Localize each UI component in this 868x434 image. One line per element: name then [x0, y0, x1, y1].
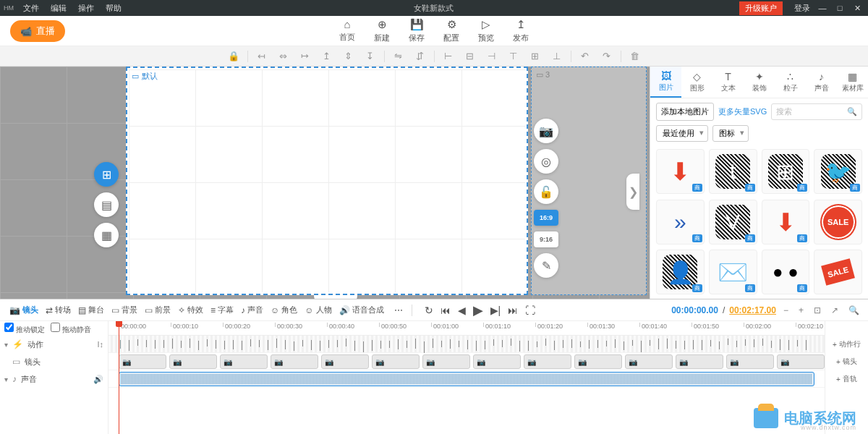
grid-toggle-button[interactable]: ⊞ [94, 162, 119, 187]
nav-preview[interactable]: ▷预览 [478, 18, 494, 43]
login-button[interactable]: 登录 [794, 3, 810, 14]
canvas-area[interactable]: ▭默认 ▭ 3 ⊞ ▤ ▦ 📷 ◎ 🔓 16:9 9:16 ✎ ❯ ▾ [0, 67, 650, 299]
timeline-tab-2[interactable]: ▤舞台 [75, 302, 108, 318]
scene-clip[interactable]: 📷 [220, 354, 268, 369]
distribute-left-icon[interactable]: ⊢ [441, 48, 456, 64]
timeline-tab-7[interactable]: ♪声音 [237, 302, 267, 318]
lock-scroll-checkbox[interactable]: 推动锁定 [4, 323, 45, 335]
template-button[interactable]: ▦ [94, 223, 119, 247]
audio-clip[interactable] [119, 372, 814, 386]
resize-icon[interactable]: I↕ [97, 340, 103, 349]
timeline-tab-6[interactable]: ≡字幕 [207, 302, 237, 318]
unlock-button[interactable]: 🔓 [534, 179, 558, 204]
drag-mute-checkbox[interactable]: 拖动静音 [51, 323, 91, 335]
playhead[interactable] [119, 321, 119, 434]
scene-track[interactable]: 📷📷📷📷📷📷📷📷📷📷📷📷📷📷 [109, 353, 825, 370]
nav-new[interactable]: ⊕新建 [374, 18, 390, 43]
exit-icon[interactable]: ↗ [828, 304, 841, 317]
asset-search-input[interactable]: 搜索 🔍 [771, 103, 862, 120]
edit-button[interactable]: ✎ [534, 253, 558, 278]
scene-clip[interactable]: 📷 [473, 354, 521, 369]
collapse-down-icon[interactable]: ▾ [314, 295, 357, 299]
asset-arrows[interactable]: »商 [656, 200, 705, 244]
flip-h-icon[interactable]: ⇋ [391, 48, 407, 64]
step-back-icon[interactable]: ◀ [458, 305, 466, 316]
close-icon[interactable]: ✕ [852, 4, 862, 13]
align-center-h-icon[interactable]: ⇔ [276, 48, 292, 64]
search-timeline-icon[interactable]: 🔍 [846, 304, 862, 317]
minimize-icon[interactable]: — [817, 4, 827, 12]
align-middle-icon[interactable]: ⇕ [341, 48, 357, 64]
zoom-in-icon[interactable]: + [796, 304, 807, 317]
upgrade-button[interactable]: 升级账户 [739, 1, 783, 15]
asset-tab-6[interactable]: ▦素材库 [837, 67, 868, 98]
scene-clip[interactable]: 📷 [777, 354, 825, 369]
maximize-icon[interactable]: □ [835, 4, 845, 12]
audio-track[interactable] [109, 370, 825, 388]
scene-clip[interactable]: 📷 [119, 354, 166, 369]
timeline-tab-9[interactable]: ☺人物 [301, 302, 335, 318]
scene-clip[interactable]: 📷 [726, 354, 774, 369]
menu-edit[interactable]: 编辑 [45, 3, 72, 14]
track-header-scene[interactable]: ▾ ▭ 镜头 [0, 353, 108, 370]
scene-clip[interactable]: 📷 [422, 354, 470, 369]
asset-tab-2[interactable]: T文本 [712, 67, 744, 98]
distribute-v-icon[interactable]: ⊞ [527, 48, 543, 64]
asset-sale-tag[interactable]: SALE [814, 250, 862, 294]
action-track[interactable] [109, 336, 825, 353]
ratio-9-16-button[interactable]: 9:16 [534, 231, 558, 247]
timeline-tab-5[interactable]: ✧特效 [174, 302, 207, 318]
menu-help[interactable]: 帮助 [100, 3, 127, 14]
asset-tumblr[interactable]: t商 [709, 149, 757, 194]
scene-clip[interactable]: 📷 [372, 354, 420, 369]
layout-button[interactable]: ▤ [94, 192, 119, 217]
collapse-right-icon[interactable]: ❯ [626, 174, 639, 210]
asset-envelope[interactable]: ✉️商 [709, 250, 757, 294]
timeline-tab-1[interactable]: ⇄转场 [42, 302, 75, 318]
step-forward-icon[interactable]: ▶| [490, 305, 501, 316]
scene-clip[interactable]: 📷 [271, 354, 318, 369]
scene-clip[interactable]: 📷 [321, 354, 369, 369]
live-button[interactable]: 📹 直播 [10, 20, 65, 42]
asset-sale-badge[interactable]: SALE [814, 200, 862, 244]
add-scene-button[interactable]: + 镜头 [825, 353, 868, 370]
menu-action[interactable]: 操作 [72, 3, 100, 14]
asset-windows[interactable]: ⊞商 [762, 149, 810, 194]
fit-icon[interactable]: ⊡ [811, 304, 824, 317]
flip-v-icon[interactable]: ⇵ [412, 48, 428, 64]
asset-twitter[interactable]: 🐦商 [814, 149, 862, 194]
collapse-icon[interactable]: ▾ [4, 341, 8, 349]
track-header-audio[interactable]: ▾ ♪ 声音 🔊 [0, 370, 108, 388]
timeline-tab-0[interactable]: 📷镜头 [6, 302, 42, 318]
recent-select[interactable]: 最近使用 [656, 125, 708, 142]
align-left-icon[interactable]: ↤ [254, 48, 270, 64]
lock-icon[interactable]: 🔒 [226, 48, 242, 64]
nav-publish[interactable]: ↥发布 [513, 18, 529, 43]
asset-vimeo[interactable]: V商 [709, 200, 757, 244]
delete-icon[interactable]: 🗑 [627, 48, 643, 64]
asset-download[interactable]: ⬇商 [762, 200, 810, 244]
timeline-more-button[interactable]: ⋯ [391, 302, 407, 318]
add-action-row-button[interactable]: + 动作行 [825, 336, 868, 353]
scene-clip[interactable]: 📷 [625, 354, 673, 369]
redo-icon[interactable]: ↷ [599, 48, 615, 64]
mute-icon[interactable]: 🔊 [93, 375, 103, 384]
category-select[interactable]: 图标 [712, 125, 749, 142]
align-top-icon[interactable]: ↥ [319, 48, 335, 64]
asset-tab-0[interactable]: 🖼图片 [650, 67, 681, 98]
asset-flickr[interactable]: ● ●商 [762, 250, 810, 294]
undo-icon[interactable]: ↶ [577, 48, 593, 64]
scene-clip[interactable]: 📷 [524, 354, 571, 369]
nav-save[interactable]: 💾保存 [409, 18, 425, 43]
scene-clip[interactable]: 📷 [574, 354, 622, 369]
skip-start-icon[interactable]: ⏮ [441, 305, 451, 316]
reset-icon[interactable]: ↻ [425, 305, 433, 316]
distribute-right-icon[interactable]: ⊣ [484, 48, 500, 64]
align-right-icon[interactable]: ↦ [297, 48, 313, 64]
timeline-tab-4[interactable]: ▭前景 [141, 302, 174, 318]
align-bottom-icon[interactable]: ↧ [362, 48, 378, 64]
add-local-image-button[interactable]: 添加本地图片 [656, 103, 714, 121]
camera-button[interactable]: 📷 [534, 119, 558, 143]
fullscreen-icon[interactable]: ⛶ [525, 305, 535, 316]
zoom-out-icon[interactable]: − [780, 304, 791, 317]
